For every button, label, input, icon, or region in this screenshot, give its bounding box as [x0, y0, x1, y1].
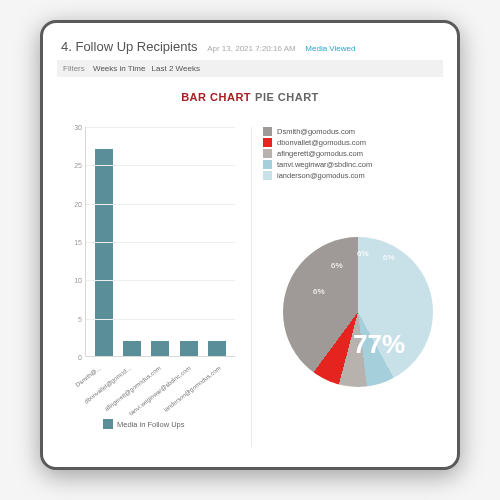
filters-label: Filters	[63, 64, 85, 73]
chart-tabs: BAR CHARTPIE CHART	[57, 91, 443, 103]
grid-line	[86, 165, 235, 166]
pie-legend-item: dbonvallet@gomodus.com	[263, 138, 443, 147]
pie-chart-panel: Dsmith@gomodus.comdbonvallet@gomodus.com…	[263, 127, 443, 457]
pie-center-label: 77%	[353, 329, 405, 360]
legend-label: ianderson@gomodus.com	[277, 171, 365, 180]
report-title: 4. Follow Up Recipients	[61, 39, 198, 54]
y-tick: 30	[68, 124, 82, 131]
report-page: 4. Follow Up Recipients Apr 13, 2021 7:2…	[57, 37, 443, 453]
legend-label: dbonvallet@gomodus.com	[277, 138, 366, 147]
slice-label-2: 6%	[331, 261, 343, 270]
legend-label: Dsmith@gomodus.com	[277, 127, 355, 136]
slice-label-3: 6%	[357, 249, 369, 258]
filter-value[interactable]: Last 2 Weeks	[152, 64, 200, 73]
slice-label-4: 6%	[383, 253, 395, 262]
x-category-label: tanvi.weginwar@sbdinc.com	[128, 365, 192, 417]
legend-label: afingerett@gomodus.com	[277, 149, 363, 158]
pie-legend-item: Dsmith@gomodus.com	[263, 127, 443, 136]
x-category-label: ianderson@gomodus.com	[163, 365, 222, 413]
y-tick: 5	[68, 315, 82, 322]
bar-legend-label: Media in Follow Ups	[117, 420, 185, 429]
legend-swatch	[263, 127, 272, 136]
grid-line	[86, 319, 235, 320]
pie-legend-item: afingerett@gomodus.com	[263, 149, 443, 158]
bar	[95, 149, 113, 356]
x-axis-labels: Dsmith@...dbonvallet@gomod...afingerett@…	[85, 361, 235, 417]
bar	[123, 341, 141, 356]
legend-label: tanvi.weginwar@sbdinc.com	[277, 160, 372, 169]
bar-plot-area: 051015202530	[85, 127, 235, 357]
bar-legend: Media in Follow Ups	[103, 419, 185, 429]
grid-line	[86, 127, 235, 128]
pie-legend: Dsmith@gomodus.comdbonvallet@gomodus.com…	[263, 127, 443, 180]
legend-swatch	[263, 160, 272, 169]
report-timestamp: Apr 13, 2021 7:20:16 AM	[207, 44, 296, 53]
tab-pie-chart[interactable]: PIE CHART	[253, 91, 321, 103]
pie-chart	[283, 237, 433, 387]
legend-swatch	[263, 171, 272, 180]
y-tick: 10	[68, 277, 82, 284]
grid-line	[86, 204, 235, 205]
grid-line	[86, 242, 235, 243]
pie-legend-item: ianderson@gomodus.com	[263, 171, 443, 180]
x-category-label: Dsmith@...	[75, 365, 102, 388]
filter-bar: Filters Weeks in Time Last 2 Weeks	[57, 60, 443, 77]
slice-label-1: 6%	[313, 287, 325, 296]
report-card: 4. Follow Up Recipients Apr 13, 2021 7:2…	[40, 20, 460, 470]
bar	[180, 341, 198, 356]
grid-line	[86, 280, 235, 281]
legend-swatch	[263, 138, 272, 147]
pie-legend-item: tanvi.weginwar@sbdinc.com	[263, 160, 443, 169]
panel-divider	[251, 127, 252, 447]
pie-wrap: 77% 6% 6% 6% 6%	[283, 237, 433, 387]
y-tick: 15	[68, 239, 82, 246]
legend-swatch	[263, 149, 272, 158]
chart-content: 051015202530 Dsmith@...dbonvallet@gomod.…	[57, 117, 443, 453]
bar	[208, 341, 226, 356]
bar-chart-panel: 051015202530 Dsmith@...dbonvallet@gomod.…	[63, 127, 243, 437]
filter-field[interactable]: Weeks in Time	[93, 64, 145, 73]
status-link[interactable]: Media Viewed	[305, 44, 355, 53]
tab-bar-chart[interactable]: BAR CHART	[179, 91, 253, 103]
x-category-label: afingerett@gomodus.com	[104, 365, 162, 412]
bar-legend-swatch	[103, 419, 113, 429]
y-tick: 20	[68, 200, 82, 207]
report-header: 4. Follow Up Recipients Apr 13, 2021 7:2…	[57, 37, 443, 60]
y-tick: 25	[68, 162, 82, 169]
bar	[151, 341, 169, 356]
y-tick: 0	[68, 354, 82, 361]
